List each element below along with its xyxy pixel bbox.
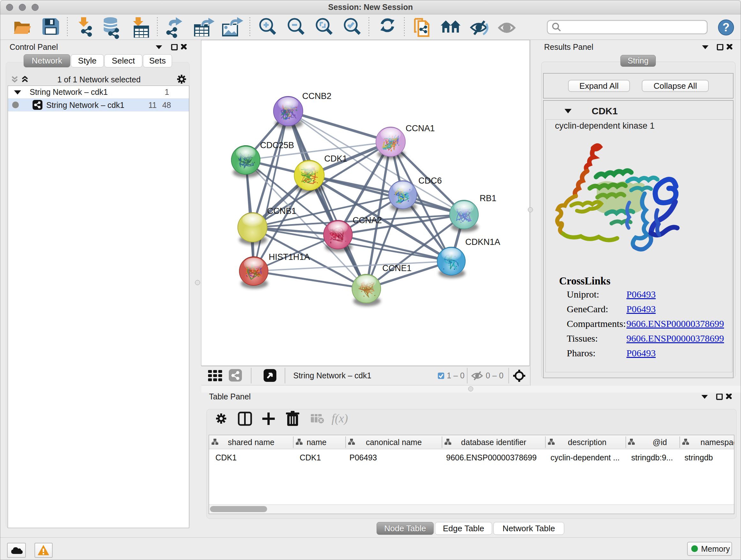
svg-text:database identifier: database identifier [461, 438, 526, 447]
svg-text:name: name [307, 438, 327, 447]
svg-text:description: description [568, 438, 607, 447]
svg-text:stringdb: stringdb [684, 453, 713, 462]
svg-text:CDK1: CDK1 [215, 453, 237, 462]
svg-text:canonical name: canonical name [366, 438, 421, 447]
svg-text:CCNB1: CCNB1 [267, 206, 296, 216]
svg-text:CCNA2: CCNA2 [353, 215, 382, 225]
svg-text:P06493: P06493 [349, 453, 377, 462]
svg-text:CDK1: CDK1 [300, 453, 321, 462]
svg-text:CDK1: CDK1 [324, 154, 347, 164]
svg-text:CCNA1: CCNA1 [406, 124, 435, 133]
svg-text:shared name: shared name [228, 438, 274, 447]
svg-text:0 – 0: 0 – 0 [486, 371, 503, 380]
svg-text:9606.ENSP00000378699: 9606.ENSP00000378699 [446, 453, 537, 462]
svg-text:stringdb:9...: stringdb:9... [631, 453, 673, 462]
svg-text:CCNB2: CCNB2 [302, 91, 332, 101]
svg-text:CCNE1: CCNE1 [382, 263, 412, 273]
svg-text:CDKN1A: CDKN1A [465, 237, 500, 247]
svg-text:1 – 0: 1 – 0 [447, 371, 465, 380]
svg-text:CDC25B: CDC25B [260, 140, 294, 150]
svg-text:RB1: RB1 [480, 193, 496, 203]
svg-text:CDC6: CDC6 [418, 176, 442, 186]
svg-text:namespac: namespac [700, 438, 734, 447]
svg-text:cyclin-dependent ...: cyclin-dependent ... [550, 453, 620, 462]
svg-text:@id: @id [653, 438, 667, 447]
svg-text:f(x): f(x) [332, 412, 348, 425]
svg-text:?: ? [723, 21, 730, 34]
svg-text:HIST1H1A: HIST1H1A [269, 252, 310, 262]
svg-text:String Network – cdk1: String Network – cdk1 [293, 371, 372, 380]
